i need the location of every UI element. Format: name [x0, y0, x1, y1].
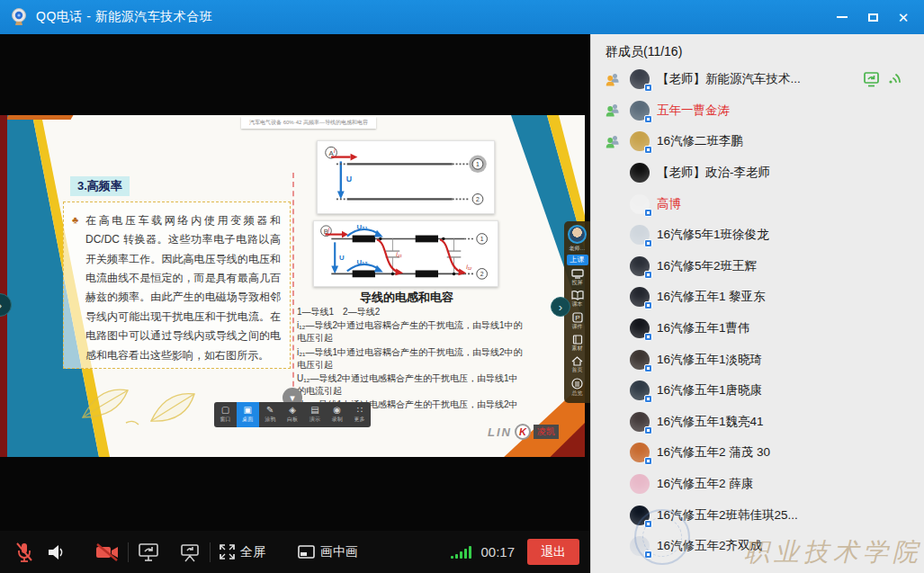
share-toolbar-item-label: 录制 [332, 416, 343, 424]
reader-item-cast[interactable]: 投屏 [571, 269, 584, 287]
mobile-online-badge [644, 520, 652, 528]
member-list-item[interactable]: 16汽修五年2 薛康 [591, 469, 924, 500]
reader-item-textbook[interactable]: 课本 [571, 291, 584, 309]
share-toolbar-item-label: 窗口 [220, 416, 230, 424]
pen-icon: ✎ [266, 406, 274, 415]
maximize-icon [868, 13, 878, 22]
legend-line: U₁₂—导线2中通过电感耦合产生的干扰电压，由导线1中的电流引起 [297, 372, 525, 398]
member-list-item[interactable]: 高博 [591, 188, 924, 219]
member-list-item[interactable]: 16汽修五年1 黎亚东 [591, 282, 924, 313]
reader-avatar[interactable] [568, 225, 587, 244]
close-button[interactable]: ✕ [888, 5, 919, 29]
logo-lin-text: LIN [488, 425, 512, 439]
window-controls: ✕ [827, 0, 919, 34]
mobile-online-badge [644, 115, 652, 123]
member-list-item[interactable]: 16汽修五年2 蒲茂 30 [591, 437, 924, 469]
slide-left-red-edge [0, 115, 7, 457]
svg-text:i₁₂: i₁₂ [466, 264, 472, 270]
circuit-diagram-b: B i U U₂₁ U₁₂ [313, 220, 498, 287]
reader-item-courseware[interactable]: P 课件 [572, 312, 583, 331]
eraser-icon: ◈ [289, 406, 296, 415]
slide-text-card: ♣ 在高电压车载网络内使用变频器和 DC/DC 转换器。这些功率电子电路以高开关… [63, 201, 291, 369]
share-toolbar-item-camera[interactable]: ◉ 录制 [326, 402, 348, 427]
member-name: 高博 [657, 196, 681, 212]
member-name: 16汽修五年2 蒲茂 30 [657, 444, 770, 461]
member-list-item[interactable]: 【老师】政治-李老师 [591, 157, 924, 189]
speaking-audio-icon [888, 72, 901, 86]
share-toolbar-item-window[interactable]: ▢ 窗口 [214, 402, 237, 427]
member-name: 16汽修五年1淡晓琦 [657, 352, 762, 368]
group-role-icon [606, 103, 623, 117]
member-list-item[interactable]: 16汽修5年2班王辉 [591, 251, 924, 282]
slide-body-text: 在高电压车载网络内使用变频器和 DC/DC 转换器。这些功率电子电路以高开关频率… [85, 211, 281, 365]
toolbar-divider [210, 542, 211, 562]
member-name: 16汽修五年2 薛康 [657, 476, 753, 492]
minimize-button[interactable] [827, 5, 857, 29]
mobile-online-badge [644, 84, 652, 92]
lingkai-logo: LIN K 凌凯 [488, 424, 559, 440]
member-name: 【老师】政治-李老师 [657, 165, 770, 181]
member-name: 16汽修五年1魏亮41 [657, 414, 764, 430]
member-name: 16汽修五年1 黎亚东 [657, 289, 766, 305]
member-name: 16汽修五年2齐双成 [657, 538, 762, 554]
member-list-item[interactable]: 16汽修五年2齐双成 [591, 531, 924, 562]
member-list-item[interactable]: 16汽修五年1淡晓琦 [591, 344, 924, 375]
maximize-button[interactable] [857, 5, 888, 29]
logo-name-badge: 凌凯 [534, 425, 559, 439]
svg-text:1: 1 [480, 236, 484, 242]
share-toolbar-item-pen[interactable]: ✎ 涂鸦 [259, 402, 282, 427]
reader-username: 老师… [570, 245, 586, 253]
share-toolbar-item-label: 白板 [287, 416, 298, 424]
member-list: 【老师】新能源汽车技术... 五年一曹金涛 [591, 64, 924, 562]
member-list-item[interactable]: 16汽修五年1魏亮41 [591, 407, 924, 438]
reader-item-overview[interactable]: 总览 [571, 378, 583, 398]
column-divider-dashed [292, 173, 294, 405]
member-name: 【老师】新能源汽车技术... [657, 71, 801, 87]
member-list-item[interactable]: 【老师】新能源汽车技术... [591, 64, 924, 95]
member-avatar [630, 163, 650, 183]
share-toolbar-item-desktop[interactable]: ▣ 桌面 [237, 402, 259, 427]
minimize-icon [837, 16, 848, 18]
member-list-item[interactable]: 16汽修5年1班徐俊龙 [591, 219, 924, 251]
member-panel: 群成员(11/16) 【老师】新能源汽车技术... 五年一曹 [590, 34, 924, 573]
share-toolbar-item-easel[interactable]: ▤ 演示 [303, 402, 326, 427]
notebook-icon [572, 335, 583, 345]
member-list-item[interactable]: 16汽修五年1唐晓康 [591, 375, 924, 407]
camera-off-button[interactable] [95, 543, 119, 561]
network-signal-icon [451, 545, 471, 559]
pip-button[interactable]: 画中画 [298, 544, 358, 560]
start-lesson-button[interactable]: 上课 [567, 255, 588, 265]
legend-line: i₁₂—导线2中通过电容耦合产生的干扰电流，由导线1中的电压引起 [297, 319, 525, 345]
exit-call-button[interactable]: 退出 [527, 539, 579, 565]
speaker-button[interactable] [47, 543, 65, 561]
call-timer: 00:17 [480, 544, 515, 560]
document-tab: 汽车电气设备 60%·42 高频率—导线的电感和电容 [241, 117, 376, 129]
member-list-item[interactable]: 16汽修五年2班韩佳琪25... [591, 499, 924, 531]
group-role-icon [606, 135, 623, 148]
grid-icon: ∷ [356, 406, 362, 415]
microphone-muted-button[interactable] [14, 542, 34, 563]
window-title: QQ电话 - 新能源汽车技术合班 [36, 9, 212, 25]
reader-item-materials[interactable]: 素材 [572, 335, 583, 353]
member-avatar [630, 474, 650, 494]
share-toolbar-item-grid[interactable]: ∷ 更多 [348, 402, 371, 427]
mobile-online-badge [644, 271, 652, 279]
member-avatar [630, 194, 650, 214]
presentation-share-button[interactable] [179, 542, 201, 562]
screen-share-button[interactable] [138, 542, 159, 562]
qq-call-window: QQ电话 - 新能源汽车技术合班 ✕ 汽车电气设备 60%·42 高频率—导线的… [0, 0, 924, 573]
share-toolbar-item-eraser[interactable]: ◈ 白板 [282, 402, 304, 427]
member-panel-header: 群成员(11/16) [591, 34, 924, 60]
member-name: 16汽修二班李鹏 [657, 133, 743, 149]
member-list-item[interactable]: 16汽修五年1曹伟 [591, 313, 924, 345]
diagram-caption: 导线的电感和电容 [313, 290, 500, 306]
reader-item-home[interactable]: 首页 [571, 356, 583, 374]
close-icon: ✕ [898, 11, 910, 24]
reader-sidebar-chevron[interactable]: › [551, 297, 570, 317]
mobile-online-badge [644, 239, 652, 247]
camera-icon: ◉ [333, 406, 341, 415]
member-list-item[interactable]: 16汽修二班李鹏 [591, 126, 924, 157]
fullscreen-button[interactable]: 全屏 [220, 544, 265, 560]
shared-screen-area: 汽车电气设备 60%·42 高频率—导线的电感和电容 3.高频率 ♣ 在高电压车… [0, 34, 590, 531]
member-list-item[interactable]: 五年一曹金涛 [591, 95, 924, 127]
